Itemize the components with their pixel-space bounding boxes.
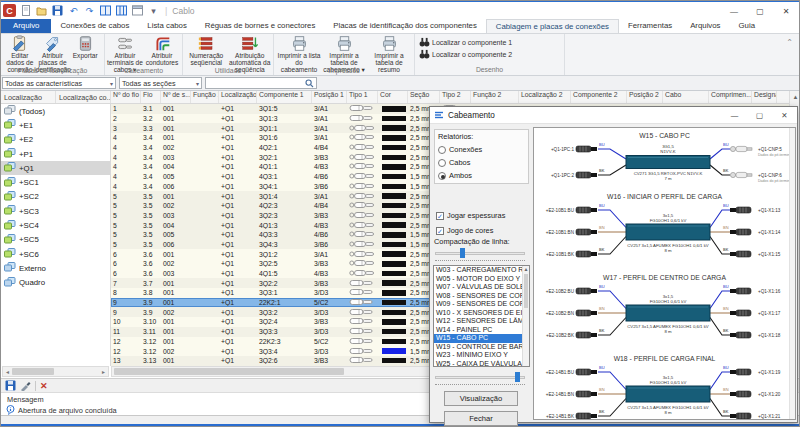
imprimir-a-tabela-de-resumo-button[interactable]: Imprimir a tabela de resumo bbox=[367, 34, 412, 66]
undo-icon[interactable]: ↶ bbox=[67, 4, 80, 17]
checkbox-jogo-de-cores[interactable]: ✓Jogo de cores bbox=[436, 223, 505, 238]
column-header-funcao-2[interactable]: Função 2 bbox=[471, 91, 519, 103]
report-list-item[interactable]: W15 - CABO PC bbox=[434, 334, 529, 343]
atribuir-terminais-de-cabos-button[interactable]: Atribuir terminais de cabos ▾ bbox=[107, 34, 144, 66]
tree-item-p1[interactable]: +P1 bbox=[1, 147, 110, 161]
quick-access-dropdown-icon[interactable]: ▾ bbox=[147, 4, 160, 17]
report-list-item[interactable]: W03 - CARREGAMENTO RO bbox=[434, 266, 529, 275]
dialog-maximize-button[interactable]: ▢ bbox=[747, 107, 772, 123]
column-header-funcao-1[interactable]: Função 1 bbox=[191, 91, 219, 103]
tab-ferramentas[interactable]: Ferramentas bbox=[619, 19, 681, 33]
sections-combo[interactable]: Todas as seções▾ bbox=[119, 77, 202, 89]
tab-cablagem-e-placas-de-conexoes[interactable]: Cablagem e placas de conexões bbox=[486, 19, 619, 33]
atribuicao-automatica-da-sequencia-button[interactable]: Atribuição automática da seqüência bbox=[228, 34, 272, 66]
save-icon[interactable] bbox=[51, 4, 64, 17]
scroll-right-icon[interactable]: ► bbox=[99, 369, 108, 375]
column-header-componente-1[interactable]: Componente 1 bbox=[257, 91, 312, 103]
localizar-o-componente-2-button[interactable]: Localizar o componente 2 bbox=[415, 48, 564, 60]
tab-reguas-de-bornes-e-conectores[interactable]: Réguas de bornes e conectores bbox=[196, 19, 325, 33]
tree-item-todos[interactable]: (Todos) bbox=[1, 104, 110, 118]
radio-cabos[interactable]: Cabos bbox=[438, 156, 528, 169]
imprimir-a-lista-do-cabeamento-button[interactable]: Imprimir a lista do cabeamento bbox=[277, 34, 322, 66]
scroll-thumb[interactable] bbox=[114, 368, 344, 375]
preview-button[interactable]: Visualização bbox=[444, 391, 518, 406]
radio-ambos[interactable]: Ambos bbox=[438, 169, 528, 182]
report-list-item[interactable]: W23 - MÍNIMO EIXO Y bbox=[434, 351, 529, 360]
new-file-icon[interactable] bbox=[19, 4, 32, 17]
preview-zoom-slider[interactable] bbox=[435, 372, 525, 382]
atribuir-condutores-button[interactable]: Atribuir condutores bbox=[144, 34, 181, 66]
brush-icon[interactable] bbox=[20, 380, 31, 391]
column-header-secao[interactable]: Seção bbox=[408, 91, 440, 103]
editar-dados-de-conexao-button[interactable]: Editar dados de conexão bbox=[4, 34, 37, 66]
checkbox-jogar-espessuras[interactable]: ✓Jogar espessuras bbox=[436, 208, 505, 223]
preview-scrollbar[interactable] bbox=[789, 128, 795, 419]
tree-horizontal-scrollbar[interactable]: ◄ ► bbox=[2, 366, 109, 377]
list-scrollbar[interactable]: ▲ bbox=[522, 266, 529, 366]
scroll-left-icon[interactable]: ◄ bbox=[3, 369, 12, 375]
tree-item-sc3[interactable]: +SC3 bbox=[1, 204, 110, 218]
report-list-item[interactable]: W05 - MOTOR DO EIXO Y bbox=[434, 275, 529, 284]
close-button[interactable]: Fechar bbox=[444, 411, 518, 426]
window-minimize-button[interactable]: — bbox=[721, 3, 747, 19]
tree-item-e1[interactable]: +E1 bbox=[1, 118, 110, 132]
report-list-item[interactable]: W09 - SENSORES DE CORTA bbox=[434, 300, 529, 309]
localizar-o-componente-1-button[interactable]: Localizar o componente 1 bbox=[415, 36, 564, 48]
column-header-tipo-1[interactable]: Tipo 1 bbox=[347, 91, 378, 103]
layout-columns-icon[interactable] bbox=[115, 4, 128, 17]
column-header-n-do-fio[interactable]: Nº do fio bbox=[111, 91, 141, 103]
scroll-thumb[interactable] bbox=[524, 274, 528, 308]
column-header-localizacao-2[interactable]: Localização 2 bbox=[519, 91, 571, 103]
dialog-minimize-button[interactable]: — bbox=[722, 107, 747, 123]
report-list-item[interactable]: W08 - SENSORES DE CORTA bbox=[434, 292, 529, 301]
column-header-componente-2[interactable]: Componente 2 bbox=[571, 91, 627, 103]
report-list-item[interactable]: W19 - CONTROLE DE BARR bbox=[434, 343, 529, 352]
column-header-cabo[interactable]: Cabo bbox=[663, 91, 709, 103]
tab-guia[interactable]: Guia bbox=[730, 19, 764, 33]
tree-item-sc4[interactable]: +SC4 bbox=[1, 218, 110, 232]
report-list-item[interactable]: W12 - SENSORES DE LÂMIN bbox=[434, 317, 529, 326]
tree-item-sc5[interactable]: +SC5 bbox=[1, 233, 110, 247]
tree-item-quadro[interactable]: Quadro bbox=[1, 276, 110, 290]
dialog-title-bar[interactable]: Cabeamento — ▢ ✕ bbox=[430, 107, 797, 124]
column-header-comprimen[interactable]: Comprimen... bbox=[709, 91, 752, 103]
report-list-item[interactable]: W07 - VÁLVULAS DE SOLEN bbox=[434, 283, 529, 292]
layout-split-icon[interactable] bbox=[99, 4, 112, 17]
column-header-posicao-1[interactable]: Posição 1 bbox=[312, 91, 347, 103]
tree-item-sc2[interactable]: +SC2 bbox=[1, 190, 110, 204]
window-close-button[interactable]: ✕ bbox=[773, 3, 799, 19]
layout-window-icon[interactable] bbox=[131, 4, 144, 17]
numeracao-sequencial-button[interactable]: Numeração seqüencial bbox=[185, 34, 229, 66]
column-header-n-de-s[interactable]: Nº de s... bbox=[161, 91, 191, 103]
tab-placas-de-identificacao-dos-componentes[interactable]: Placas de identificação dos componentes bbox=[324, 19, 485, 33]
radio-conexoes[interactable]: Conexões bbox=[438, 143, 528, 156]
report-list-item[interactable]: W25 - CAIXA DE VÁLVULA S bbox=[434, 360, 529, 368]
save-icon[interactable] bbox=[5, 380, 16, 391]
tab-conexoes-de-cabos[interactable]: Conexões de cabos bbox=[51, 19, 138, 33]
search-input[interactable] bbox=[205, 77, 317, 89]
tree-item-q1[interactable]: +Q1 bbox=[1, 161, 110, 175]
tree-item-e2[interactable]: +E2 bbox=[1, 133, 110, 147]
ribbon-collapse-icon[interactable]: ⌃ bbox=[786, 38, 793, 47]
report-list-item[interactable]: W10 - X SENSORES DE EIXO bbox=[434, 309, 529, 318]
column-header-posicao-2[interactable]: Posição 2 bbox=[627, 91, 663, 103]
open-file-icon[interactable] bbox=[35, 4, 48, 17]
column-header-localizacao[interactable]: Localização... bbox=[219, 91, 257, 103]
slider-handle[interactable] bbox=[460, 248, 465, 258]
delete-icon[interactable]: ✕ bbox=[40, 381, 48, 391]
slider-handle[interactable] bbox=[515, 372, 520, 382]
tree-column-localizacao-co[interactable]: Localização co... bbox=[56, 91, 111, 103]
tab-arquivo[interactable]: Arquivo bbox=[1, 19, 51, 33]
dialog-close-button[interactable]: ✕ bbox=[772, 107, 797, 123]
column-header-tipo-2[interactable]: Tipo 2 bbox=[440, 91, 471, 103]
column-header-fio[interactable]: Fio bbox=[141, 91, 161, 103]
report-list-item[interactable]: W14 - PAINEL PC bbox=[434, 326, 529, 335]
exportar-button[interactable]: Exportar bbox=[69, 34, 102, 66]
redo-icon[interactable]: ↷ bbox=[83, 4, 96, 17]
column-header-cor[interactable]: Cor bbox=[378, 91, 408, 103]
tree-item-sc6[interactable]: +SC6 bbox=[1, 247, 110, 261]
scroll-thumb[interactable] bbox=[12, 368, 54, 375]
tree-item-externo[interactable]: Externo bbox=[1, 261, 110, 275]
characteristics-combo[interactable]: Todas as características▾ bbox=[2, 77, 116, 89]
atribuir-placas-de-identificacao-button[interactable]: Atribuir placas de identificação bbox=[36, 34, 69, 66]
